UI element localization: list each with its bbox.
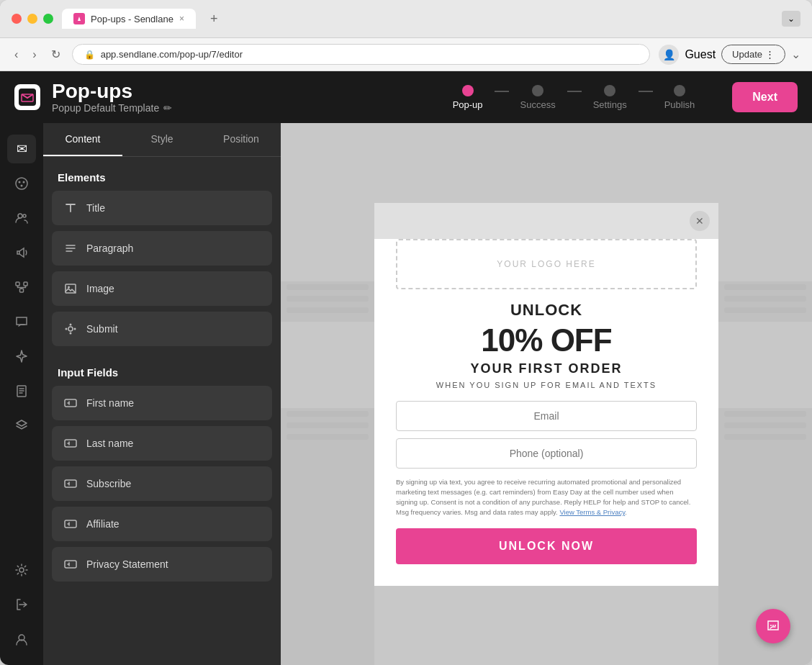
step-line-3	[639, 91, 653, 92]
step-label-settings: Settings	[593, 99, 627, 110]
step-dot-popup	[462, 85, 474, 96]
popup-center: ✕ Your Logo Here UNLOCK 10% OFF YOUR FIR…	[374, 203, 718, 586]
preview-left-bar3	[287, 307, 369, 313]
svg-point-8	[23, 214, 26, 217]
sidebar-item-chat[interactable]	[7, 307, 36, 336]
sidebar-item-mail[interactable]: ✉	[7, 135, 36, 163]
app-logo	[14, 84, 40, 110]
address-text: app.sendlane.com/pop-up/7/editor	[101, 49, 243, 60]
preview-right-bar1	[724, 284, 806, 290]
browser-tab[interactable]: Pop-ups - Sendlane ×	[62, 9, 196, 29]
close-popup-button[interactable]: ✕	[690, 211, 710, 231]
sidebar-item-logout[interactable]	[7, 590, 36, 619]
sidebar-item-layers[interactable]	[7, 411, 36, 440]
window-controls: ⌄	[782, 11, 800, 27]
tab-style[interactable]: Style	[122, 123, 202, 156]
wizard-step-success[interactable]: Success	[509, 85, 567, 110]
preview-right-bar2	[724, 296, 806, 302]
sidebar-item-palette[interactable]	[7, 169, 36, 198]
window-minimize[interactable]: ⌄	[782, 11, 800, 27]
main-layout: ✉	[0, 123, 812, 665]
wizard-step-publish[interactable]: Publish	[653, 85, 707, 110]
address-field[interactable]: 🔒 app.sendlane.com/pop-up/7/editor	[72, 44, 651, 65]
sidebar-tab-bar: Content Style Position	[43, 123, 281, 157]
svg-point-21	[70, 332, 72, 335]
preview-right-top	[718, 123, 812, 281]
address-bar: ‹ › ↻ 🔒 app.sendlane.com/pop-up/7/editor…	[0, 38, 812, 71]
account-label: Guest	[685, 48, 716, 61]
element-image[interactable]: Image	[52, 271, 272, 306]
svg-point-29	[775, 625, 776, 626]
step-label-publish: Publish	[664, 99, 695, 110]
sidebar-item-profile[interactable]	[7, 625, 36, 653]
popup-headline1: UNLOCK	[396, 301, 697, 320]
element-title[interactable]: Title	[52, 191, 272, 225]
submit-icon	[63, 322, 78, 336]
input-privacy-statement[interactable]: Privacy Statement	[52, 547, 272, 582]
tab-content[interactable]: Content	[43, 123, 122, 156]
input-last-name[interactable]: Last name	[52, 426, 272, 461]
preview-right-mid	[718, 322, 812, 408]
close-traffic-light[interactable]	[12, 14, 22, 24]
svg-rect-22	[65, 399, 76, 407]
subscribe-icon	[63, 476, 78, 491]
element-submit[interactable]: Submit	[52, 312, 272, 346]
maximize-traffic-light[interactable]	[43, 14, 53, 24]
forward-button[interactable]: ›	[30, 45, 39, 64]
chat-support-button[interactable]	[756, 609, 790, 643]
image-icon	[63, 281, 78, 296]
tab-close-btn[interactable]: ×	[179, 14, 184, 24]
svg-rect-25	[65, 520, 76, 528]
svg-point-7	[18, 214, 22, 218]
sidebar-item-contacts[interactable]	[7, 204, 36, 232]
sidebar-item-settings[interactable]	[7, 556, 36, 584]
element-submit-label: Submit	[86, 323, 118, 335]
preview-right-bar5	[724, 422, 806, 428]
preview-left-mid	[281, 322, 374, 408]
input-last-name-label: Last name	[86, 438, 133, 449]
update-menu-icon: ⋮	[765, 49, 775, 60]
input-affiliate[interactable]: Affiliate	[52, 507, 272, 541]
popup-phone-input[interactable]	[396, 438, 697, 469]
next-button[interactable]: Next	[732, 82, 798, 112]
element-title-label: Title	[86, 202, 105, 214]
input-fields-section-header: Input Fields	[43, 352, 281, 386]
page-subtitle: Popup Default Template ✏	[52, 102, 430, 114]
input-subscribe[interactable]: Subscribe	[52, 466, 272, 501]
wizard-step-settings[interactable]: Settings	[582, 85, 639, 110]
svg-point-18	[66, 328, 68, 330]
app-container: Pop-ups Popup Default Template ✏ Pop-up …	[0, 71, 812, 665]
sidebar-item-sparkle[interactable]	[7, 342, 36, 371]
refresh-button[interactable]: ↻	[48, 45, 63, 64]
title-icon	[63, 201, 78, 215]
sidebar-item-megaphone[interactable]	[7, 238, 36, 267]
new-tab-button[interactable]: +	[204, 10, 224, 28]
step-label-success: Success	[520, 99, 556, 110]
edit-subtitle-icon[interactable]: ✏	[163, 102, 172, 114]
tab-position[interactable]: Position	[202, 123, 281, 156]
step-line-1	[495, 91, 509, 92]
popup-cta-button[interactable]: UNLOCK NOW	[396, 528, 697, 564]
traffic-lights	[12, 14, 53, 24]
wizard-step-popup[interactable]: Pop-up	[441, 85, 495, 110]
expand-button[interactable]: ⌄	[791, 48, 800, 61]
svg-point-16	[68, 286, 70, 289]
step-dot-success	[532, 85, 543, 96]
sidebar-item-pages[interactable]	[7, 376, 36, 405]
logo-placeholder: Your Logo Here	[396, 239, 697, 289]
sidebar-item-workflow[interactable]	[7, 273, 36, 302]
back-button[interactable]: ‹	[12, 45, 21, 64]
update-button[interactable]: Update ⋮	[721, 45, 785, 64]
header-title-area: Pop-ups Popup Default Template ✏	[52, 81, 430, 114]
minimize-traffic-light[interactable]	[27, 14, 37, 24]
popup-email-input[interactable]	[396, 401, 697, 431]
popup-legal-link[interactable]: View Terms & Privacy	[559, 508, 625, 516]
first-name-icon	[63, 396, 78, 410]
svg-rect-23	[65, 440, 76, 447]
element-paragraph[interactable]: Paragraph	[52, 231, 272, 266]
input-first-name[interactable]: First name	[52, 386, 272, 420]
content-sidebar: Content Style Position Elements Title	[43, 123, 281, 665]
popup-headline3: YOUR FIRST ORDER	[396, 361, 697, 376]
popup-headline2: 10% OFF	[396, 322, 697, 358]
preview-left-bar2	[287, 296, 369, 302]
